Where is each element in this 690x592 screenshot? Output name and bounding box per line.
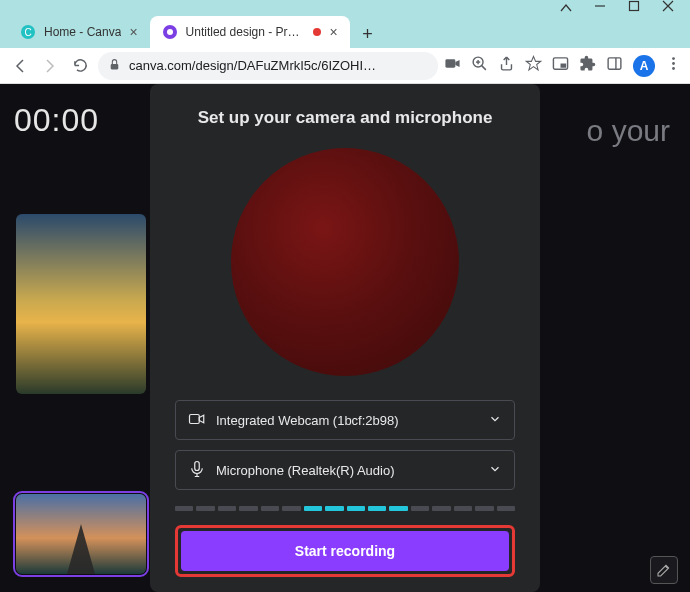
microphone-select-label: Microphone (Realtek(R) Audio) [216,463,478,478]
meter-segment [261,506,279,511]
url-text: canva.com/design/DAFuZMrkI5c/6IZOHI… [129,58,428,73]
extensions-icon[interactable] [579,55,596,76]
svg-line-9 [482,66,486,70]
canva-favicon-icon [162,24,178,40]
camera-select[interactable]: Integrated Webcam (1bcf:2b98) [175,400,515,440]
bookmark-icon[interactable] [525,55,542,76]
pip-icon[interactable] [552,55,569,76]
meter-segment [196,506,214,511]
modal-title: Set up your camera and microphone [198,108,493,128]
window-close-button[interactable] [662,0,674,16]
camera-select-label: Integrated Webcam (1bcf:2b98) [216,413,478,428]
recording-timer: 00:00 [14,102,99,139]
svg-rect-19 [190,414,200,423]
window-maximize-button[interactable] [628,0,640,16]
canva-favicon-icon: C [20,24,36,40]
svg-rect-7 [445,59,455,68]
camera-icon[interactable] [444,55,461,76]
chevron-down-icon [488,462,502,479]
meter-segment [411,506,429,511]
meter-segment [239,506,257,511]
microphone-icon [188,460,206,481]
microphone-select[interactable]: Microphone (Realtek(R) Audio) [175,450,515,490]
tab-untitled-design[interactable]: Untitled design - Presen × [150,16,350,48]
meter-segment [389,506,407,511]
svg-rect-1 [630,2,639,11]
svg-point-5 [167,29,173,35]
app-content: 00:00 o your Set up your camera and micr… [0,84,690,592]
meter-segment [304,506,322,511]
share-icon[interactable] [498,55,515,76]
meter-segment [368,506,386,511]
close-icon[interactable]: × [329,24,337,40]
slide-thumbnail[interactable] [16,214,146,394]
window-minimize-button[interactable] [560,0,572,16]
meter-segment [475,506,493,511]
start-recording-button[interactable]: Start recording [181,531,509,571]
background-slide-text: o your [587,114,670,148]
slide-thumbnails [16,214,146,574]
reload-button[interactable] [68,54,92,78]
video-icon [188,410,206,431]
lock-icon [108,58,121,74]
window-minimize-icon[interactable] [594,0,606,16]
tab-title: Home - Canva [44,25,121,39]
svg-rect-13 [561,64,567,68]
chevron-down-icon [488,412,502,429]
profile-avatar[interactable]: A [633,55,655,77]
svg-point-17 [672,62,675,65]
audio-level-meter [175,506,515,511]
svg-point-16 [672,57,675,60]
meter-segment [432,506,450,511]
window-titlebar [0,0,690,14]
svg-text:C: C [24,27,31,38]
zoom-icon[interactable] [471,55,488,76]
tab-home-canva[interactable]: C Home - Canva × [8,16,150,48]
meter-segment [282,506,300,511]
new-tab-button[interactable]: + [354,20,382,48]
edit-button[interactable] [650,556,678,584]
back-button[interactable] [8,54,32,78]
forward-button[interactable] [38,54,62,78]
recording-setup-modal: Set up your camera and microphone Integr… [150,84,540,592]
meter-segment [347,506,365,511]
meter-segment [497,506,515,511]
slide-thumbnail-selected[interactable] [16,494,146,574]
meter-segment [325,506,343,511]
browser-toolbar: canva.com/design/DAFuZMrkI5c/6IZOHI… A [0,48,690,84]
svg-rect-6 [111,63,119,68]
eiffel-tower-icon [67,524,95,574]
close-icon[interactable]: × [129,24,137,40]
tab-title: Untitled design - Presen [186,25,306,39]
address-bar[interactable]: canva.com/design/DAFuZMrkI5c/6IZOHI… [98,52,438,80]
svg-point-18 [672,67,675,70]
meter-segment [218,506,236,511]
svg-rect-20 [195,461,200,470]
start-recording-highlight: Start recording [175,525,515,577]
tab-strip: C Home - Canva × Untitled design - Prese… [0,14,690,48]
svg-rect-14 [608,58,621,69]
sidepanel-icon[interactable] [606,55,623,76]
recording-indicator-icon [313,28,321,36]
meter-segment [454,506,472,511]
camera-preview [231,148,459,376]
menu-icon[interactable] [665,55,682,76]
meter-segment [175,506,193,511]
